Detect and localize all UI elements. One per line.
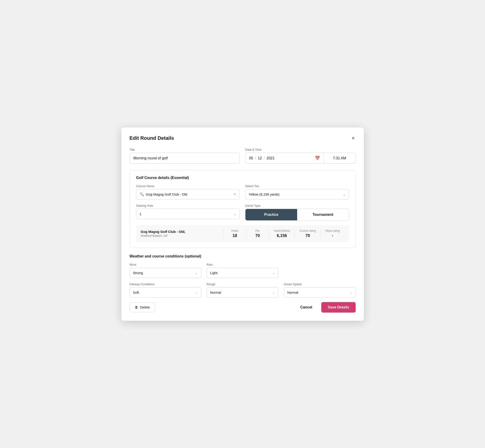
fairway-dropdown[interactable]: Soft ⌄ (129, 287, 201, 297)
starting-hole-dropdown[interactable]: 1 ⌄ (136, 209, 240, 219)
starting-hole-label: Starting Hole (136, 204, 240, 207)
title-input[interactable] (129, 153, 240, 164)
course-info-name-group: Gog Magog Golf Club - Old, Shelford Bott… (141, 230, 223, 237)
course-stat-slope-rating: Slope rating - (320, 229, 344, 238)
green-speed-group: Green Speed Normal ⌄ (284, 282, 356, 297)
green-speed-dropdown[interactable]: Normal ⌄ (284, 287, 356, 297)
rough-dropdown[interactable]: Normal ⌄ (207, 287, 278, 297)
title-label: Title (129, 148, 240, 151)
chevron-fairway-icon: ⌄ (195, 290, 198, 295)
wind-value: Strong (133, 271, 143, 275)
course-rating-value: 70 (305, 233, 310, 238)
delete-button[interactable]: 🗑 Delete (129, 302, 155, 312)
select-tee-dropdown[interactable]: Yellow (6,156 yards) ⌄ (245, 189, 349, 200)
course-name-value: Gog Magog Golf Club - Old (146, 192, 232, 196)
date-sep-2: / (264, 156, 265, 160)
course-stat-course-rating: Course rating 70 (295, 229, 320, 238)
select-tee-group: Select Tee Yellow (6,156 yards) ⌄ (245, 184, 349, 200)
save-button[interactable]: Save Details (321, 302, 356, 312)
datetime-label: Date & Time (245, 148, 356, 151)
course-info-name: Gog Magog Golf Club - Old, (141, 230, 223, 233)
title-field-group: Title (129, 148, 240, 164)
footer-right: Cancel Save Details (297, 302, 356, 312)
course-name-tee-row: Course Name 🔍 Gog Magog Golf Club - Old … (136, 184, 349, 200)
select-tee-label: Select Tee (245, 184, 349, 188)
yards-value: 6,156 (277, 233, 287, 238)
date-month: 05 (249, 156, 253, 160)
tournament-button[interactable]: Tournament (297, 209, 349, 220)
green-speed-label: Green Speed (284, 282, 356, 286)
datetime-field-group: Date & Time 05 / 12 / 2021 📅 7:31 AM (245, 148, 356, 164)
course-stat-yards: Yards(Yellow) 6,156 (269, 229, 295, 238)
modal-title: Edit Round Details (129, 135, 174, 141)
rain-label: Rain (207, 263, 278, 266)
fairway-label: Fairway Conditions (129, 282, 201, 286)
rough-value: Normal (210, 290, 221, 294)
clear-course-icon[interactable]: ✕ (233, 192, 236, 196)
rain-dropdown[interactable]: Light ⌄ (207, 268, 278, 278)
select-tee-value: Yellow (6,156 yards) (249, 192, 279, 196)
course-stat-holes: Holes 18 (223, 229, 246, 238)
par-label: Par (256, 229, 260, 232)
starting-hole-game-type-row: Starting Hole 1 ⌄ Game Type Practice Tou… (136, 204, 349, 221)
chevron-green-speed-icon: ⌄ (349, 290, 352, 295)
trash-icon: 🗑 (135, 305, 138, 309)
course-name-input[interactable]: 🔍 Gog Magog Golf Club - Old ✕ (136, 189, 240, 200)
game-type-group: Game Type Practice Tournament (245, 204, 349, 221)
time-input[interactable]: 7:31 AM (324, 153, 356, 164)
course-rating-label: Course rating (299, 229, 316, 232)
course-name-label: Course Name (136, 184, 240, 188)
search-icon: 🔍 (140, 192, 144, 196)
course-stat-par: Par 70 (246, 229, 269, 238)
delete-label: Delete (140, 305, 150, 309)
fairway-rough-green-row: Fairway Conditions Soft ⌄ Rough Normal ⌄… (129, 282, 356, 297)
chevron-down-icon: ⌄ (343, 192, 346, 196)
rain-group: Rain Light ⌄ (207, 263, 278, 278)
fairway-value: Soft (133, 290, 139, 294)
chevron-down-hole-icon: ⌄ (233, 212, 236, 216)
time-value: 7:31 AM (333, 156, 346, 160)
edit-round-modal: Edit Round Details × Title Date & Time 0… (121, 128, 364, 321)
date-day: 12 (258, 156, 262, 160)
slope-rating-value: - (332, 233, 333, 238)
starting-hole-value: 1 (140, 212, 141, 216)
course-name-group: Course Name 🔍 Gog Magog Golf Club - Old … (136, 184, 240, 200)
wind-label: Wind (129, 263, 201, 266)
slope-rating-label: Slope rating (325, 229, 340, 232)
modal-header: Edit Round Details × (129, 135, 356, 142)
modal-footer: 🗑 Delete Cancel Save Details (129, 302, 356, 312)
chevron-wind-icon: ⌄ (195, 271, 198, 275)
golf-course-section: Golf Course details (Essential) Course N… (129, 170, 356, 248)
rough-group: Rough Normal ⌄ (207, 282, 278, 297)
date-sep-1: / (255, 156, 256, 160)
fairway-group: Fairway Conditions Soft ⌄ (129, 282, 201, 297)
wind-group: Wind Strong ⌄ (129, 263, 201, 278)
close-button[interactable]: × (351, 135, 356, 142)
weather-section-title: Weather and course conditions (optional) (129, 254, 356, 258)
rough-label: Rough (207, 282, 278, 286)
course-info-row: Gog Magog Golf Club - Old, Shelford Bott… (136, 225, 349, 242)
course-info-location: Shelford Bottom, UK (141, 234, 223, 237)
date-input[interactable]: 05 / 12 / 2021 📅 (245, 153, 324, 164)
golf-course-section-title: Golf Course details (Essential) (136, 176, 349, 180)
wind-rain-row: Wind Strong ⌄ Rain Light ⌄ (129, 263, 356, 278)
game-type-label: Game Type (245, 204, 349, 207)
datetime-row: 05 / 12 / 2021 📅 7:31 AM (245, 153, 356, 164)
cancel-button[interactable]: Cancel (297, 303, 316, 312)
weather-section: Weather and course conditions (optional)… (129, 254, 356, 297)
par-value: 70 (255, 233, 260, 238)
starting-hole-group: Starting Hole 1 ⌄ (136, 204, 240, 221)
chevron-rough-icon: ⌄ (272, 290, 275, 295)
game-type-toggle: Practice Tournament (245, 209, 349, 221)
top-fields-row: Title Date & Time 05 / 12 / 2021 📅 7:31 … (129, 148, 356, 164)
date-year: 2021 (267, 156, 275, 160)
wind-dropdown[interactable]: Strong ⌄ (129, 268, 201, 278)
chevron-rain-icon: ⌄ (272, 271, 275, 275)
calendar-icon[interactable]: 📅 (315, 156, 320, 161)
holes-value: 18 (233, 233, 237, 238)
holes-label: Holes (231, 229, 238, 232)
green-speed-value: Normal (287, 290, 298, 294)
practice-button[interactable]: Practice (245, 209, 297, 220)
yards-label: Yards(Yellow) (274, 229, 290, 232)
rain-value: Light (210, 271, 218, 275)
